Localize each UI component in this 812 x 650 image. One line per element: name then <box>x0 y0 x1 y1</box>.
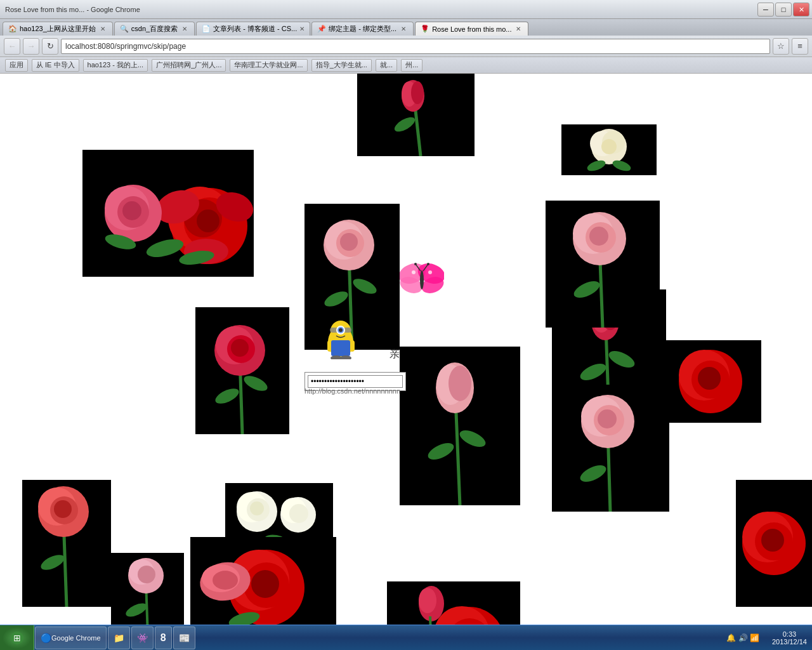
time-display: 0:33 <box>772 630 807 638</box>
tab-close-icon[interactable]: ✕ <box>399 25 408 34</box>
rose-box-16 <box>736 480 812 607</box>
rose-box-2 <box>561 124 657 175</box>
tab-favicon: 🔍 <box>120 25 129 33</box>
tab-favicon: 📌 <box>317 25 326 33</box>
tab-favicon: 🏠 <box>8 25 17 33</box>
svg-point-108 <box>138 566 155 583</box>
page-content: 亲 http://blog.csdn.net/nnnnnnnnn <box>0 74 812 625</box>
svg-point-89 <box>250 501 264 515</box>
svg-rect-151 <box>331 340 350 356</box>
browser-window: Rose Love from this mo... - Google Chrom… <box>0 0 812 74</box>
app4-icon: 8 <box>160 632 166 644</box>
svg-point-25 <box>122 201 141 220</box>
window-title: Rose Love from this mo... - Google Chrom… <box>5 6 140 13</box>
tab-rose[interactable]: 🌹 Rose Love from this mo... ✕ <box>415 22 528 36</box>
rose-box-7 <box>660 340 761 423</box>
tab-label: csdn_百度搜索 <box>131 24 178 34</box>
svg-point-115 <box>419 588 436 613</box>
svg-text:⊞: ⊞ <box>13 633 21 643</box>
taskbar-chrome[interactable]: 🔵 Google Chrome <box>35 627 107 649</box>
taskbar-explorer[interactable]: 📁 <box>108 627 130 649</box>
svg-point-122 <box>761 529 784 552</box>
system-tray: 🔔 🔊 📶 <box>721 633 767 642</box>
tray-icons: 🔔 🔊 📶 <box>726 633 759 642</box>
app3-icon: 👾 <box>137 633 148 643</box>
svg-point-138 <box>420 270 424 289</box>
bookmark-guidance[interactable]: 指导_大学生就... <box>311 59 372 72</box>
password-input[interactable] <box>308 375 403 388</box>
minion-character <box>324 318 358 362</box>
date-display: 2013/12/14 <box>772 638 807 646</box>
tab-close-icon[interactable]: ✕ <box>98 25 107 34</box>
rose-box-13 <box>190 537 336 625</box>
svg-point-36 <box>340 233 358 251</box>
svg-point-98 <box>251 570 279 598</box>
window-controls: ─ □ ✕ <box>757 3 809 17</box>
rose-box-10 <box>552 385 669 512</box>
svg-point-70 <box>449 366 471 401</box>
svg-point-10 <box>601 139 617 154</box>
nav-bar: ← → ↻ ☆ ≡ <box>0 36 812 57</box>
svg-point-5 <box>411 81 424 104</box>
svg-point-77 <box>598 409 617 428</box>
tab-bind[interactable]: 📌 绑定主题 - 绑定类型... ✕ <box>311 22 414 36</box>
maximize-button[interactable]: □ <box>775 3 792 17</box>
rose-box-8 <box>195 307 289 434</box>
svg-point-101 <box>213 571 238 590</box>
star-button[interactable]: ☆ <box>773 38 789 55</box>
bookmark-scut[interactable]: 华南理工大学就业网... <box>230 59 307 72</box>
tab-csdn[interactable]: 🔍 csdn_百度搜索 ✕ <box>114 22 195 36</box>
bookmark-guangzhou-jobs[interactable]: 广州招聘网_广州人... <box>152 59 226 72</box>
rose-box-11 <box>22 480 111 607</box>
tab-hao123[interactable]: 🏠 hao123_上网从这里开始 ✕ <box>3 22 113 36</box>
svg-point-55 <box>698 367 721 390</box>
start-button[interactable]: ⊞ <box>0 625 34 651</box>
rose-box-6 <box>546 201 660 328</box>
minimize-button[interactable]: ─ <box>757 3 774 17</box>
bookmarks-bar: 应用 从 IE 中导入 hao123 - 我的上... 广州招聘网_广州人...… <box>0 57 812 74</box>
tabs-bar: 🏠 hao123_上网从这里开始 ✕ 🔍 csdn_百度搜索 ✕ 📄 文章列表 … <box>0 19 812 36</box>
tab-favicon: 📄 <box>202 25 211 33</box>
url-display: http://blog.csdn.net/nnnnnnnnn <box>304 387 400 395</box>
svg-point-63 <box>231 339 249 357</box>
forward-button[interactable]: → <box>23 38 39 55</box>
tab-close-icon[interactable]: ✕ <box>299 25 304 34</box>
svg-point-50 <box>589 227 608 246</box>
address-bar[interactable] <box>61 39 770 54</box>
rose-box-3 <box>82 150 254 277</box>
tab-label: hao123_上网从这里开始 <box>20 24 96 34</box>
tab-label: 绑定主题 - 绑定类型... <box>329 24 396 34</box>
taskbar-app4[interactable]: 8 <box>155 627 172 649</box>
tab-close-icon[interactable]: ✕ <box>514 25 523 34</box>
bookmark-city[interactable]: 州... <box>401 59 422 72</box>
bookmark-apps[interactable]: 应用 <box>5 59 28 72</box>
taskbar-app5[interactable]: 📰 <box>173 627 195 649</box>
bookmark-job[interactable]: 就... <box>376 59 397 72</box>
svg-rect-150 <box>350 340 355 352</box>
rose-box-1 <box>357 74 475 156</box>
tab-label: Rose Love from this mo... <box>432 25 511 33</box>
clock[interactable]: 0:33 2013/12/14 <box>767 629 812 647</box>
back-button[interactable]: ← <box>4 38 20 55</box>
rose-box-15 <box>387 581 520 625</box>
svg-point-136 <box>412 270 416 274</box>
taskbar-app3[interactable]: 👾 <box>131 627 154 649</box>
explorer-icon: 📁 <box>114 633 124 643</box>
chrome-icon: 🔵 <box>41 633 51 643</box>
svg-point-141 <box>414 263 417 265</box>
butterfly <box>400 261 444 302</box>
bookmark-hao123[interactable]: hao123 - 我的上... <box>83 59 148 72</box>
svg-point-92 <box>289 504 308 523</box>
tab-article[interactable]: 📄 文章列表 - 博客频道 - CS... ✕ <box>196 22 310 36</box>
menu-button[interactable]: ≡ <box>792 38 808 55</box>
title-bar: Rose Love from this mo... - Google Chrom… <box>0 0 812 19</box>
chinese-greeting: 亲 <box>390 348 400 361</box>
close-button[interactable]: ✕ <box>793 3 809 17</box>
svg-point-148 <box>339 328 343 332</box>
bookmark-ie-import[interactable]: 从 IE 中导入 <box>32 59 79 72</box>
refresh-button[interactable]: ↻ <box>42 38 58 55</box>
svg-point-84 <box>54 500 72 518</box>
tab-close-icon[interactable]: ✕ <box>180 25 189 34</box>
svg-point-142 <box>427 263 429 265</box>
rose-box-9 <box>400 347 520 505</box>
